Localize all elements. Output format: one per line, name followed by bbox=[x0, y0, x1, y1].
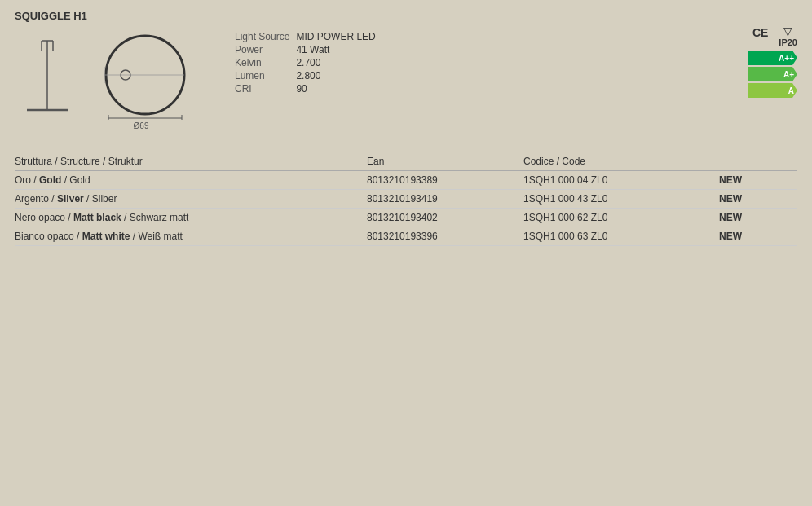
col-header-struttura: Struttura / Structure / Struktur bbox=[15, 152, 367, 171]
col-header-new bbox=[719, 152, 797, 171]
energy-ratings: A++ A+ A bbox=[748, 51, 797, 98]
table-row: Oro / Gold / Gold80132101933891SQH1 000 … bbox=[15, 171, 797, 190]
product-table: Struttura / Structure / Struktur Ean Cod… bbox=[15, 152, 797, 246]
front-view-svg bbox=[19, 33, 76, 130]
ce-symbol: CE bbox=[752, 24, 772, 43]
cell-ean: 8013210193389 bbox=[367, 171, 523, 190]
kelvin-label: Kelvin bbox=[235, 56, 296, 69]
kelvin-value: 2.700 bbox=[296, 56, 382, 69]
energy-badge-ap: A+ bbox=[748, 67, 797, 81]
light-source-label: Light Source bbox=[235, 30, 296, 43]
cell-struttura: Argento / Silver / Silber bbox=[15, 190, 367, 209]
power-value: 41 Watt bbox=[296, 43, 382, 56]
col-header-ean: Ean bbox=[367, 152, 523, 171]
table-row: Bianco opaco / Matt white / Weiß matt801… bbox=[15, 227, 797, 246]
cell-struttura: Bianco opaco / Matt white / Weiß matt bbox=[15, 227, 367, 246]
cell-codice: 1SQH1 000 62 ZL0 bbox=[523, 209, 719, 227]
power-label: Power bbox=[235, 43, 296, 56]
cell-ean: 8013210193402 bbox=[367, 209, 523, 227]
cell-new: NEW bbox=[719, 209, 797, 227]
divider bbox=[15, 147, 797, 147]
lumen-value: 2.800 bbox=[296, 69, 382, 82]
cell-ean: 8013210193396 bbox=[367, 227, 523, 246]
svg-text:CE: CE bbox=[752, 26, 768, 39]
cell-codice: 1SQH1 000 63 ZL0 bbox=[523, 227, 719, 246]
lumen-label: Lumen bbox=[235, 69, 296, 82]
cell-new: NEW bbox=[719, 190, 797, 209]
cri-label: CRI bbox=[235, 82, 296, 95]
table-row: Argento / Silver / Silber80132101934191S… bbox=[15, 190, 797, 209]
light-source-value: MID POWER LED bbox=[296, 30, 382, 43]
energy-badge-a: A bbox=[748, 83, 797, 98]
cell-new: NEW bbox=[719, 171, 797, 190]
cri-value: 90 bbox=[296, 82, 382, 95]
cell-ean: 8013210193419 bbox=[367, 190, 523, 209]
specs-block: Light Source MID POWER LED Power 41 Watt… bbox=[235, 30, 797, 95]
table-row: Nero opaco / Matt black / Schwarz matt80… bbox=[15, 209, 797, 227]
circle-view-svg bbox=[96, 30, 186, 120]
col-header-codice: Codice / Code bbox=[523, 152, 719, 171]
cell-codice: 1SQH1 000 43 ZL0 bbox=[523, 190, 719, 209]
size-label: Ø69 bbox=[134, 121, 149, 130]
energy-badge-app: A++ bbox=[748, 51, 797, 65]
cell-codice: 1SQH1 000 04 ZL0 bbox=[523, 171, 719, 190]
ip-triangle-icon: ▽ bbox=[783, 24, 792, 37]
cell-struttura: Oro / Gold / Gold bbox=[15, 171, 367, 190]
certifications-block: CE ▽ IP20 A++ A+ A bbox=[748, 24, 797, 98]
product-title: SQUIGGLE H1 bbox=[15, 10, 797, 22]
ip20-label: IP20 bbox=[779, 37, 797, 47]
cell-new: NEW bbox=[719, 227, 797, 246]
cell-struttura: Nero opaco / Matt black / Schwarz matt bbox=[15, 209, 367, 227]
product-diagrams: Ø69 bbox=[15, 30, 186, 130]
